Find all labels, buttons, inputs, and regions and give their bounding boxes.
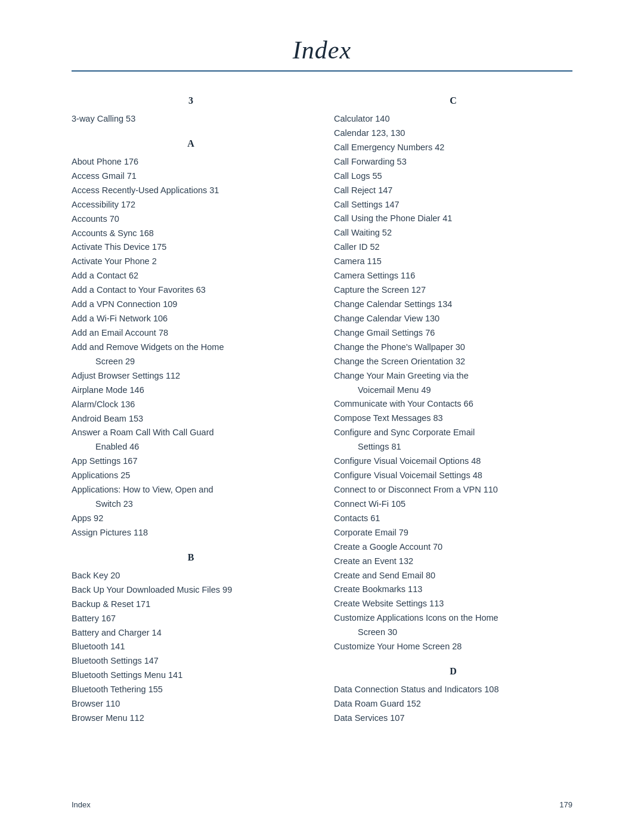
index-entry: Battery and Charger 14	[72, 626, 310, 640]
index-entry: Add a Contact 62	[72, 269, 310, 283]
index-entry: Change Calendar Settings 134	[334, 298, 572, 312]
index-entry: Applications 25	[72, 469, 310, 483]
index-entry: Change Calendar View 130	[334, 312, 572, 326]
index-entry: Call Reject 147	[334, 184, 572, 198]
index-entry: Communicate with Your Contacts 66	[334, 397, 572, 411]
index-entry: 3-way Calling 53	[72, 112, 310, 126]
index-entry: Create Bookmarks 113	[334, 583, 572, 597]
page-footer: Index 179	[72, 800, 572, 809]
index-entry: Create a Google Account 70	[334, 540, 572, 555]
index-entry: Change the Phone's Wallpaper 30	[334, 340, 572, 355]
index-entry: Access Recently-Used Applications 31	[72, 184, 310, 198]
index-entry: About Phone 176	[72, 155, 310, 169]
index-columns: 33-way Calling 53AAbout Phone 176Access …	[72, 95, 572, 726]
right-column: CCalculator 140Calendar 123, 130Call Eme…	[334, 95, 572, 726]
index-entry: Switch 23	[72, 497, 310, 512]
section-letter-a: A	[72, 138, 310, 149]
index-entry: Activate This Device 175	[72, 240, 310, 255]
index-entry: Data Roam Guard 152	[334, 697, 572, 711]
page-title: Index	[72, 36, 572, 64]
index-entry: Settings 81	[334, 440, 572, 454]
index-entry: Call Using the Phone Dialer 41	[334, 212, 572, 226]
index-entry: Voicemail Menu 49	[334, 383, 572, 398]
page: Index 33-way Calling 53AAbout Phone 176A…	[0, 0, 644, 833]
index-entry: Calendar 123, 130	[334, 126, 572, 141]
footer-left: Index	[72, 800, 91, 809]
index-entry: Add and Remove Widgets on the Home	[72, 340, 310, 355]
section-letter-b: B	[72, 552, 310, 563]
index-entry: Apps 92	[72, 512, 310, 526]
index-entry: Activate Your Phone 2	[72, 255, 310, 269]
index-entry: Add a Contact to Your Favorites 63	[72, 283, 310, 298]
left-column: 33-way Calling 53AAbout Phone 176Access …	[72, 95, 310, 726]
index-entry: Caller ID 52	[334, 240, 572, 255]
index-entry: Airplane Mode 146	[72, 383, 310, 398]
index-entry: Create an Event 132	[334, 555, 572, 569]
index-entry: Back Up Your Downloaded Music Files 99	[72, 583, 310, 597]
index-entry: Contacts 61	[334, 512, 572, 526]
index-entry: Connect Wi-Fi 105	[334, 497, 572, 512]
index-entry: Bluetooth Tethering 155	[72, 683, 310, 697]
index-entry: Alarm/Clock 136	[72, 398, 310, 412]
index-entry: Camera 115	[334, 255, 572, 269]
index-entry: Configure Visual Voicemail Settings 48	[334, 469, 572, 483]
section-letter-3: 3	[72, 95, 310, 106]
index-entry: Bluetooth 141	[72, 640, 310, 654]
index-entry: Call Settings 147	[334, 198, 572, 212]
index-entry: Customize Your Home Screen 28	[334, 640, 572, 654]
index-entry: Create Website Settings 113	[334, 597, 572, 611]
index-entry: Capture the Screen 127	[334, 283, 572, 298]
index-entry: Add a VPN Connection 109	[72, 298, 310, 312]
index-entry: App Settings 167	[72, 454, 310, 469]
index-entry: Applications: How to View, Open and	[72, 483, 310, 497]
index-entry: Screen 30	[334, 625, 572, 640]
index-entry: Answer a Roam Call With Call Guard	[72, 426, 310, 440]
index-entry: Assign Pictures 118	[72, 526, 310, 540]
title-divider	[72, 70, 572, 72]
index-entry: Call Emergency Numbers 42	[334, 141, 572, 155]
index-entry: Customize Applications Icons on the Home	[334, 611, 572, 625]
index-entry: Create and Send Email 80	[334, 569, 572, 583]
index-entry: Browser 110	[72, 697, 310, 711]
section-letter-c: C	[334, 95, 572, 106]
index-entry: Connect to or Disconnect From a VPN 110	[334, 483, 572, 497]
index-entry: Compose Text Messages 83	[334, 411, 572, 426]
index-entry: Configure and Sync Corporate Email	[334, 426, 572, 440]
index-entry: Accounts & Sync 168	[72, 227, 310, 241]
footer-right: 179	[559, 800, 572, 809]
index-entry: Backup & Reset 171	[72, 597, 310, 612]
index-entry: Call Logs 55	[334, 169, 572, 184]
index-entry: Battery 167	[72, 612, 310, 626]
index-entry: Corporate Email 79	[334, 526, 572, 540]
index-entry: Adjust Browser Settings 112	[72, 369, 310, 383]
index-entry: Call Waiting 52	[334, 226, 572, 240]
index-entry: Data Services 107	[334, 711, 572, 726]
section-letter-d: D	[334, 666, 572, 677]
index-entry: Screen 29	[72, 355, 310, 369]
index-entry: Add a Wi-Fi Network 106	[72, 312, 310, 326]
index-entry: Add an Email Account 78	[72, 326, 310, 340]
index-entry: Browser Menu 112	[72, 711, 310, 726]
index-entry: Enabled 46	[72, 440, 310, 454]
index-entry: Camera Settings 116	[334, 269, 572, 283]
index-entry: Android Beam 153	[72, 412, 310, 426]
index-entry: Calculator 140	[334, 112, 572, 126]
index-entry: Change Gmail Settings 76	[334, 326, 572, 340]
index-entry: Accessibility 172	[72, 198, 310, 212]
index-entry: Call Forwarding 53	[334, 155, 572, 169]
index-entry: Bluetooth Settings 147	[72, 654, 310, 668]
index-entry: Back Key 20	[72, 569, 310, 583]
index-entry: Change the Screen Orientation 32	[334, 355, 572, 369]
index-entry: Configure Visual Voicemail Options 48	[334, 454, 572, 469]
index-entry: Accounts 70	[72, 212, 310, 227]
index-entry: Change Your Main Greeting via the	[334, 369, 572, 383]
index-entry: Bluetooth Settings Menu 141	[72, 668, 310, 683]
index-entry: Data Connection Status and Indicators 10…	[334, 683, 572, 697]
index-entry: Access Gmail 71	[72, 169, 310, 184]
